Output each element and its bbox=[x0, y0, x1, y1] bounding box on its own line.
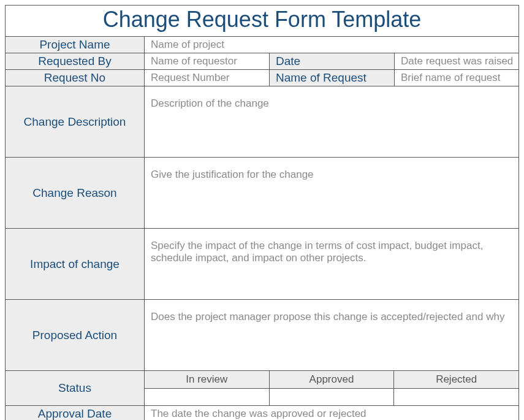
cell-request-no bbox=[145, 70, 270, 86]
row-proposed-action: Proposed Action bbox=[6, 300, 518, 371]
label-change-reason: Change Reason bbox=[6, 158, 145, 228]
status-cell-approved[interactable] bbox=[270, 389, 395, 406]
name-of-request-field[interactable] bbox=[401, 72, 512, 84]
label-request-no: Request No bbox=[6, 70, 145, 86]
label-impact-of-change: Impact of change bbox=[6, 229, 145, 299]
change-reason-field[interactable] bbox=[151, 169, 512, 218]
cell-requested-by bbox=[145, 53, 270, 69]
label-project-name: Project Name bbox=[6, 37, 145, 53]
label-name-of-request: Name of Request bbox=[270, 70, 395, 86]
status-input-row bbox=[145, 389, 518, 406]
label-status: Status bbox=[6, 371, 145, 405]
requested-by-field[interactable] bbox=[151, 55, 263, 67]
status-cell-rejected[interactable] bbox=[394, 389, 518, 406]
cell-name-of-request bbox=[395, 70, 518, 86]
cell-change-reason bbox=[145, 158, 518, 228]
date-field[interactable] bbox=[401, 55, 512, 67]
label-requested-by: Requested By bbox=[6, 53, 145, 69]
impact-of-change-field[interactable] bbox=[151, 240, 512, 289]
row-change-reason: Change Reason bbox=[6, 158, 518, 229]
row-project-name: Project Name bbox=[6, 37, 518, 53]
row-change-description: Change Description bbox=[6, 86, 518, 158]
label-approval-date: Approval Date bbox=[6, 406, 145, 420]
status-header-in-review: In review bbox=[145, 371, 270, 388]
project-name-field[interactable] bbox=[151, 39, 512, 51]
cell-date bbox=[395, 53, 518, 69]
status-header-rejected: Rejected bbox=[394, 371, 518, 388]
status-header-approved: Approved bbox=[270, 371, 395, 388]
change-request-form: Change Request Form Template Project Nam… bbox=[5, 5, 519, 420]
cell-proposed-action bbox=[145, 300, 518, 370]
row-impact-of-change: Impact of change bbox=[6, 229, 518, 300]
status-header-row: In review Approved Rejected bbox=[145, 371, 518, 389]
cell-approval-date bbox=[145, 406, 518, 420]
row-requested-by: Requested By Date bbox=[6, 53, 518, 70]
form-title: Change Request Form Template bbox=[6, 6, 518, 37]
label-date: Date bbox=[270, 53, 395, 69]
row-approval-date: Approval Date bbox=[6, 406, 518, 420]
status-cell-in-review[interactable] bbox=[145, 389, 270, 406]
row-status: Status In review Approved Rejected bbox=[6, 371, 518, 406]
status-options-container: In review Approved Rejected bbox=[145, 371, 518, 405]
row-request-no: Request No Name of Request bbox=[6, 70, 518, 86]
request-no-field[interactable] bbox=[151, 72, 263, 84]
cell-project-name bbox=[145, 37, 518, 53]
label-change-description: Change Description bbox=[6, 86, 145, 157]
approval-date-field[interactable] bbox=[151, 408, 512, 420]
proposed-action-field[interactable] bbox=[151, 311, 512, 360]
label-proposed-action: Proposed Action bbox=[6, 300, 145, 370]
cell-change-description bbox=[145, 86, 518, 157]
change-description-field[interactable] bbox=[151, 97, 512, 147]
cell-impact-of-change bbox=[145, 229, 518, 299]
